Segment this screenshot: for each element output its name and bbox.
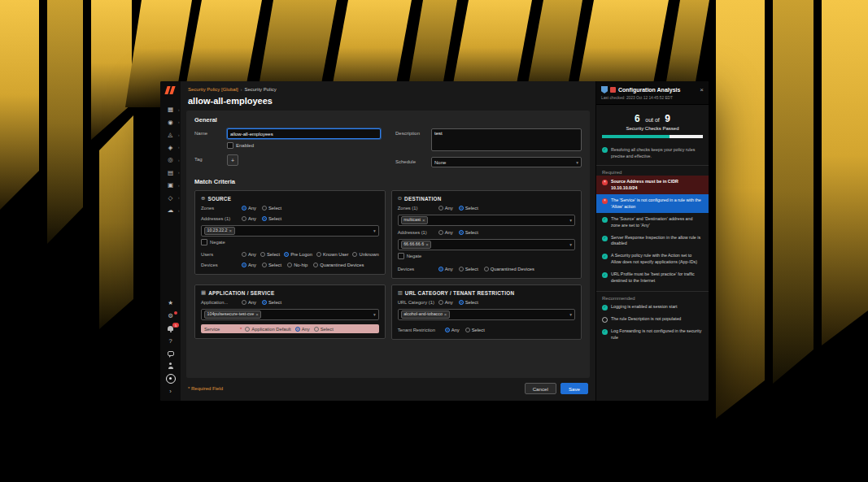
radio-icon[interactable] (287, 263, 292, 267)
application-select-option[interactable]: Select (262, 300, 281, 305)
url-category-select-option[interactable]: Select (459, 300, 478, 305)
radio-icon[interactable] (459, 230, 464, 235)
source-users-knownuser-option[interactable]: Known User (316, 252, 349, 257)
source-addresses-select-option[interactable]: Select (262, 216, 281, 221)
service-any-option[interactable]: Any (295, 327, 310, 332)
add-tag-button[interactable]: + (227, 154, 238, 166)
destination-zones-any-option[interactable]: Any (438, 206, 453, 211)
radio-icon[interactable] (262, 300, 267, 305)
favorites-button[interactable]: ★ (160, 297, 181, 310)
destination-devices-select-option[interactable]: Select (459, 267, 478, 271)
notifications-button[interactable]: 5 (160, 322, 181, 335)
radio-icon[interactable] (313, 263, 318, 267)
radio-icon[interactable] (295, 327, 300, 332)
url-category-any-option[interactable]: Any (438, 300, 453, 305)
source-devices-nohip-option[interactable]: No-hip (287, 263, 308, 267)
cancel-button[interactable]: Cancel (525, 383, 556, 394)
remove-chip-icon[interactable]: × (444, 312, 447, 317)
required-check-item[interactable]: ✓ A Security policy rule with the Action… (596, 250, 709, 269)
sidebar-item-identity[interactable]: ◇ › (160, 192, 181, 205)
save-button[interactable]: Save (560, 383, 588, 394)
radio-icon[interactable] (484, 267, 489, 271)
radio-icon[interactable] (242, 300, 246, 305)
recommended-check-item[interactable]: ✓ Log Forwarding is not configured in th… (596, 326, 709, 345)
destination-addresses-any-option[interactable]: Any (438, 230, 453, 235)
tenant-select-option[interactable]: Select (465, 328, 485, 332)
sidebar-item-workflows[interactable]: ◬ › (160, 128, 181, 141)
sidebar-item-objects[interactable]: ◎ › (160, 154, 181, 167)
source-zones-select-option[interactable]: Select (262, 206, 281, 211)
breadcrumb-link-primary[interactable]: Security Policy [Global] (188, 87, 238, 92)
radio-icon[interactable] (445, 328, 450, 332)
radio-icon[interactable] (242, 216, 246, 221)
sidebar-item-security-services[interactable]: ◈ › (160, 141, 181, 154)
source-users-prelogon-option[interactable]: Pre Logon (284, 252, 312, 257)
application-any-option[interactable]: Any (242, 300, 256, 305)
collapse-rail-button[interactable]: › (160, 385, 181, 398)
destination-zones-select-option[interactable]: Select (459, 206, 478, 211)
destination-devices-any-option[interactable]: Any (438, 267, 453, 271)
radio-icon[interactable] (465, 328, 470, 332)
settings-button[interactable]: ⚙ (160, 310, 181, 323)
schedule-select[interactable]: None ▾ (431, 157, 582, 167)
sidebar-item-devices[interactable]: ▣ › (160, 179, 181, 192)
destination-zone-chip[interactable]: multicast × (401, 216, 428, 224)
required-check-item[interactable]: × Source Address must be in CIDR 10.10.1… (596, 176, 709, 194)
recommended-check-item[interactable]: The rule Description is not populated (596, 314, 709, 326)
required-check-item[interactable]: ✓ The 'Source' and 'Destination' address… (596, 213, 709, 232)
enabled-checkbox[interactable] (227, 142, 233, 149)
account-button[interactable] (160, 360, 181, 373)
source-devices-select-option[interactable]: Select (262, 263, 281, 267)
source-address-chip[interactable]: 10.23.22.2 × (204, 227, 235, 235)
radio-icon[interactable] (262, 206, 267, 211)
radio-icon[interactable] (262, 216, 267, 221)
radio-icon[interactable] (352, 252, 357, 257)
radio-icon[interactable] (242, 206, 246, 211)
radio-icon[interactable] (438, 206, 443, 211)
radio-icon[interactable] (245, 327, 250, 332)
radio-icon[interactable] (316, 252, 321, 257)
help-button[interactable]: ? (160, 335, 181, 348)
destination-zone-combobox[interactable]: multicast × ▾ (398, 215, 575, 226)
source-users-select-option[interactable]: Select (260, 252, 280, 257)
destination-address-chip[interactable]: 66.66.66.6 × (401, 241, 432, 249)
radio-icon[interactable] (260, 252, 265, 257)
radio-icon[interactable] (438, 300, 443, 305)
required-check-item[interactable]: ✓ URL Profile must be 'best practice' fo… (596, 269, 709, 288)
application-chip[interactable]: 104pulsesecure-test-cve × (204, 310, 261, 319)
url-category-chip[interactable]: alcohol-and-tobacco × (401, 310, 450, 319)
source-address-combobox[interactable]: 10.23.22.2 × ▾ (201, 225, 379, 237)
source-addresses-any-option[interactable]: Any (242, 216, 256, 221)
radio-icon[interactable] (459, 300, 464, 305)
radio-icon[interactable] (284, 252, 289, 257)
radio-icon[interactable] (262, 263, 267, 267)
radio-icon[interactable] (438, 230, 443, 235)
source-negate-checkbox[interactable] (201, 239, 207, 245)
radio-icon[interactable] (459, 267, 464, 271)
source-zones-any-option[interactable]: Any (242, 206, 256, 211)
sidebar-item-cloud-services[interactable]: ☁ › (160, 204, 181, 217)
service-select-option[interactable]: Select (314, 327, 334, 332)
source-users-any-option[interactable]: Any (242, 252, 256, 257)
source-devices-quarantined-option[interactable]: Quarantined Devices (313, 263, 364, 267)
source-users-unknown-option[interactable]: Unknown (352, 252, 378, 257)
recommended-check-item[interactable]: ✓ Logging is enabled at session start (596, 302, 709, 314)
application-combobox[interactable]: 104pulsesecure-test-cve × ▾ (201, 309, 379, 320)
url-category-combobox[interactable]: alcohol-and-tobacco × ▾ (398, 309, 575, 320)
description-input[interactable]: test (431, 128, 582, 151)
required-check-item[interactable]: ✓ Server Response Inspection in the allo… (596, 232, 709, 250)
destination-addresses-select-option[interactable]: Select (459, 230, 478, 235)
sidebar-item-network[interactable]: ▤ › (160, 167, 181, 180)
radio-icon[interactable] (314, 327, 319, 332)
destination-negate-checkbox[interactable] (398, 253, 404, 259)
active-tool-button[interactable] (160, 372, 181, 385)
destination-devices-quarantined-option[interactable]: Quarantined Devices (484, 267, 534, 271)
sidebar-item-insights[interactable]: ◉ › (160, 116, 181, 129)
service-appdefault-option[interactable]: Application Default (245, 327, 290, 332)
tenant-any-option[interactable]: Any (445, 328, 460, 332)
remove-chip-icon[interactable]: × (229, 228, 233, 233)
required-check-item-selected[interactable]: × The 'Service' is not configured in a r… (596, 194, 709, 213)
radio-icon[interactable] (459, 206, 464, 211)
feedback-button[interactable] (160, 347, 181, 360)
name-input[interactable] (227, 128, 381, 139)
